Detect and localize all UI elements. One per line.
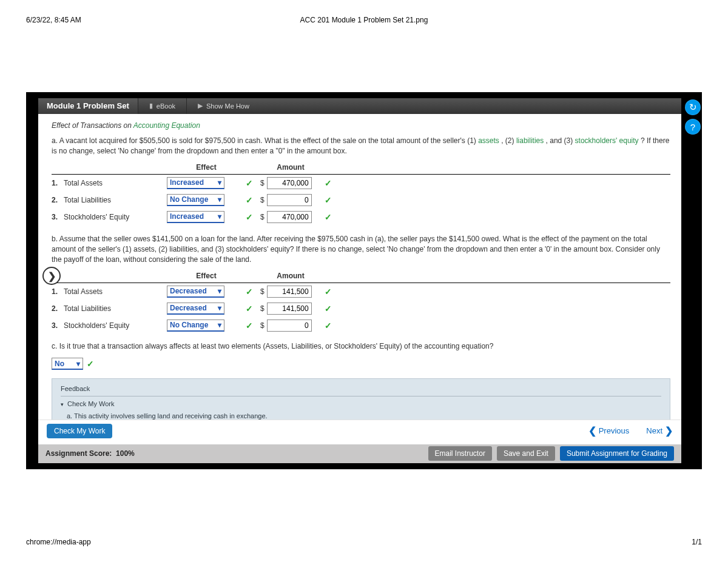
check-icon: ✓ bbox=[325, 178, 339, 188]
section-link[interactable]: Accounting Equation bbox=[133, 121, 200, 130]
next-link[interactable]: Next ❯ bbox=[646, 425, 673, 437]
tab-show-me-label: Show Me How bbox=[206, 102, 249, 110]
chevron-right-icon: ❯ bbox=[48, 270, 56, 282]
dollar-sign: $ bbox=[260, 196, 265, 204]
col-amount: Amount bbox=[260, 272, 321, 280]
link-stockholders-equity[interactable]: stockholders' equity bbox=[575, 136, 639, 145]
check-icon: ✓ bbox=[246, 287, 260, 296]
part-c-answer-dropdown[interactable]: No ▾ bbox=[52, 358, 83, 370]
previous-link[interactable]: ❮ Previous bbox=[588, 425, 630, 437]
check-icon: ✓ bbox=[325, 287, 339, 296]
col-effect: Effect bbox=[167, 163, 246, 172]
amount-input[interactable] bbox=[267, 177, 312, 189]
advance-circle-button[interactable]: ❯ bbox=[42, 267, 61, 285]
check-icon: ✓ bbox=[246, 321, 260, 330]
amount-input[interactable] bbox=[267, 211, 312, 223]
row-label: Stockholders' Equity bbox=[64, 321, 167, 330]
print-url: chrome://media-app bbox=[26, 538, 91, 546]
check-icon: ✓ bbox=[246, 178, 260, 188]
row-label: Total Assets bbox=[64, 179, 167, 187]
tab-ebook[interactable]: ▮ eBook bbox=[138, 98, 186, 114]
table-b-header: Effect Amount bbox=[52, 272, 670, 283]
content-panel: Module 1 Problem Set ▮ eBook ▶ Show Me H… bbox=[38, 98, 681, 463]
effect-dropdown[interactable]: No Change▾ bbox=[167, 319, 224, 332]
amount-input[interactable] bbox=[267, 303, 312, 315]
check-icon: ✓ bbox=[325, 321, 339, 330]
section-title: Effect of Transactions on Accounting Equ… bbox=[52, 121, 670, 130]
col-effect: Effect bbox=[167, 272, 246, 280]
check-icon: ✓ bbox=[325, 195, 339, 205]
score-label: Assignment Score: 100% bbox=[46, 449, 135, 458]
chevron-down-icon: ▾ bbox=[218, 178, 221, 187]
check-icon: ✓ bbox=[246, 195, 260, 205]
tab-show-me-how[interactable]: ▶ Show Me How bbox=[186, 98, 260, 114]
chevron-down-icon: ▾ bbox=[218, 195, 221, 204]
feedback-box: Feedback ▾ Check My Work a. This activit… bbox=[52, 378, 670, 420]
tab-bar: Module 1 Problem Set ▮ eBook ▶ Show Me H… bbox=[38, 98, 681, 114]
amount-input[interactable] bbox=[267, 194, 312, 206]
row-index: 1. bbox=[52, 287, 64, 296]
email-instructor-button[interactable]: Email Instructor bbox=[428, 446, 492, 461]
print-timestamp: 6/23/22, 8:45 AM bbox=[26, 16, 81, 24]
chevron-right-icon: ❯ bbox=[665, 425, 673, 437]
chevron-down-icon: ▾ bbox=[218, 321, 221, 329]
effect-value: Decreased bbox=[170, 287, 207, 295]
effect-value: Decreased bbox=[170, 304, 207, 312]
table-row: 3.Stockholders' EquityIncreased▾✓$✓ bbox=[52, 209, 670, 226]
part-a-prompt: a. A vacant lot acquired for $505,500 is… bbox=[52, 136, 670, 157]
part-c-prompt: c. Is it true that a transaction always … bbox=[52, 341, 670, 352]
amount-input[interactable] bbox=[267, 286, 312, 298]
check-icon: ✓ bbox=[87, 359, 94, 369]
dollar-sign: $ bbox=[260, 179, 265, 187]
row-index: 1. bbox=[52, 179, 64, 187]
effect-value: No Change bbox=[170, 195, 208, 204]
effect-dropdown[interactable]: Decreased▾ bbox=[167, 303, 224, 315]
triangle-down-icon: ▾ bbox=[61, 401, 64, 407]
right-rail: ↻ ? bbox=[684, 98, 702, 138]
check-my-work-button[interactable]: Check My Work bbox=[47, 424, 112, 438]
table-row: 1.Total AssetsDecreased▾✓$✓ bbox=[52, 283, 670, 300]
table-row: 2.Total LiabilitiesDecreased▾✓$✓ bbox=[52, 300, 670, 317]
dollar-sign: $ bbox=[260, 287, 265, 296]
action-bar: Check My Work ❮ Previous Next ❯ bbox=[38, 420, 681, 444]
feedback-subtitle[interactable]: ▾ Check My Work bbox=[61, 400, 661, 407]
effect-value: Increased bbox=[170, 178, 204, 187]
footer-bar: Assignment Score: 100% Email Instructor … bbox=[38, 444, 681, 463]
row-index: 2. bbox=[52, 304, 64, 313]
print-filename: ACC 201 Module 1 Problem Set 21.png bbox=[300, 16, 428, 24]
dollar-sign: $ bbox=[260, 321, 265, 330]
help-icon[interactable]: ? bbox=[685, 119, 701, 135]
dollar-sign: $ bbox=[260, 213, 265, 221]
table-row: 2.Total LiabilitiesNo Change▾✓$✓ bbox=[52, 192, 670, 209]
effect-dropdown[interactable]: Increased▾ bbox=[167, 211, 224, 223]
row-index: 3. bbox=[52, 213, 64, 221]
app-frame: ↻ ? Module 1 Problem Set ▮ eBook ▶ Show … bbox=[26, 92, 702, 469]
table-a-header: Effect Amount bbox=[52, 163, 670, 175]
effect-dropdown[interactable]: Decreased▾ bbox=[167, 286, 224, 298]
print-page-number: 1/1 bbox=[692, 538, 702, 546]
refresh-icon[interactable]: ↻ bbox=[685, 99, 701, 115]
assignment-title: Module 1 Problem Set bbox=[38, 98, 138, 114]
check-icon: ✓ bbox=[325, 212, 339, 222]
amount-input[interactable] bbox=[267, 319, 312, 332]
save-and-exit-button[interactable]: Save and Exit bbox=[497, 446, 555, 461]
check-icon: ✓ bbox=[246, 304, 260, 313]
effect-value: Increased bbox=[170, 212, 204, 221]
part-c-answer-value: No bbox=[55, 360, 64, 368]
link-assets[interactable]: assets bbox=[478, 136, 499, 145]
table-row: 1.Total AssetsIncreased▾✓$✓ bbox=[52, 175, 670, 192]
feedback-title: Feedback bbox=[61, 385, 661, 396]
effect-dropdown[interactable]: Increased▾ bbox=[167, 177, 224, 189]
chevron-down-icon: ▾ bbox=[76, 360, 80, 368]
tab-ebook-label: eBook bbox=[157, 102, 175, 110]
check-icon: ✓ bbox=[325, 304, 339, 313]
effect-value: No Change bbox=[170, 321, 208, 329]
submit-assignment-button[interactable]: Submit Assignment for Grading bbox=[560, 446, 674, 461]
link-liabilities[interactable]: liabilities bbox=[516, 136, 544, 145]
chevron-down-icon: ▾ bbox=[218, 287, 221, 295]
row-index: 3. bbox=[52, 321, 64, 330]
dollar-sign: $ bbox=[260, 304, 265, 313]
chevron-down-icon: ▾ bbox=[218, 304, 221, 312]
effect-dropdown[interactable]: No Change▾ bbox=[167, 194, 224, 206]
row-label: Stockholders' Equity bbox=[64, 213, 167, 221]
